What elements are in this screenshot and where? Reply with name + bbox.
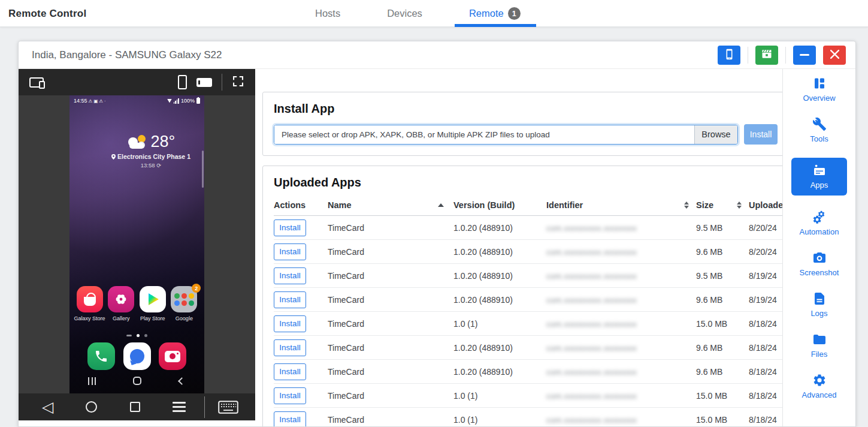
tab-count-badge: 1 bbox=[508, 7, 521, 20]
row-install-button[interactable]: Install bbox=[274, 315, 306, 332]
tools-sidebar: OverviewToolsAppsAutomationScreenshotLog… bbox=[782, 69, 855, 426]
play-store-icon bbox=[140, 286, 166, 312]
app-uploaded-date: 8/18/24 bbox=[749, 391, 782, 401]
tab-hosts[interactable]: Hosts bbox=[315, 0, 340, 27]
app-identifier-blurred: com.xxxxxxxxx.xxxxxxxx bbox=[546, 296, 637, 305]
viewer-control-bar: ◁ bbox=[19, 393, 255, 420]
app-name: TimeCard bbox=[328, 367, 453, 377]
viewer-scrollbar[interactable] bbox=[202, 151, 204, 188]
install-button[interactable]: Install bbox=[744, 124, 778, 145]
row-install-button[interactable]: Install bbox=[274, 363, 306, 380]
refresh-icon[interactable]: ⟳ bbox=[156, 162, 161, 169]
phone-status-bar: 14:55 ⚠ ▣ ⚠ · 100% bbox=[69, 95, 204, 106]
rotate-device-icon bbox=[29, 77, 44, 88]
sidebar-item-label: Overview bbox=[803, 94, 835, 103]
remote-recents-button[interactable] bbox=[113, 402, 157, 412]
row-install-button[interactable]: Install bbox=[274, 291, 306, 308]
remote-back-button[interactable]: ◁ bbox=[26, 399, 69, 414]
apps-icon bbox=[812, 163, 827, 178]
files-icon bbox=[812, 332, 827, 347]
remote-home-button[interactable] bbox=[69, 401, 113, 413]
weather-widget[interactable]: 28° Electronics City Phase 1 13:58 ⟳ bbox=[100, 133, 202, 169]
toolbar-separator bbox=[222, 74, 222, 91]
app-size: 15.0 MB bbox=[696, 415, 749, 425]
sidebar-item-advanced[interactable]: Advanced bbox=[783, 373, 855, 399]
apk-file-input[interactable] bbox=[274, 125, 694, 144]
row-install-button[interactable]: Install bbox=[274, 219, 306, 236]
column-identifier[interactable]: Identifier bbox=[546, 200, 696, 210]
sidebar-item-label: Automation bbox=[800, 227, 839, 236]
uploaded-app-row: Install TimeCard 1.0 (1) com.xxxxxxxxx.x… bbox=[274, 408, 782, 426]
device-info-button[interactable] bbox=[718, 46, 740, 65]
messages-app-icon[interactable] bbox=[123, 342, 151, 370]
app-uploaded-date: 8/18/24 bbox=[749, 343, 782, 353]
column-version[interactable]: Version (Build) bbox=[453, 200, 546, 210]
nav-home-button[interactable] bbox=[114, 377, 159, 385]
landscape-icon[interactable] bbox=[196, 78, 212, 87]
session-body: 14:55 ⚠ ▣ ⚠ · 100% bbox=[19, 69, 855, 426]
row-install-button[interactable]: Install bbox=[274, 411, 306, 427]
minimize-button[interactable] bbox=[793, 46, 816, 65]
nav-back-button[interactable] bbox=[159, 378, 204, 384]
screen-record-button[interactable] bbox=[755, 46, 778, 65]
app-name: TimeCard bbox=[328, 295, 453, 305]
app-name: TimeCard bbox=[328, 247, 453, 257]
phone-screen[interactable]: 14:55 ⚠ ▣ ⚠ · 100% bbox=[69, 95, 204, 393]
sidebar-item-tools[interactable]: Tools bbox=[783, 117, 855, 143]
app-version: 1.0 (1) bbox=[453, 391, 546, 401]
remote-menu-button[interactable] bbox=[157, 402, 201, 412]
fullscreen-icon[interactable] bbox=[232, 75, 244, 90]
close-session-button[interactable] bbox=[823, 46, 846, 65]
overview-icon bbox=[812, 76, 827, 91]
row-install-button[interactable]: Install bbox=[274, 339, 306, 356]
app-title: Remote Control bbox=[8, 0, 86, 27]
tab-remote[interactable]: Remote1 bbox=[469, 0, 521, 27]
app-uploaded-date: 8/18/24 bbox=[749, 415, 782, 425]
tab-devices[interactable]: Devices bbox=[387, 0, 422, 27]
app-version: 1.0.20 (488910) bbox=[453, 223, 546, 233]
app-uploaded-date: 8/18/24 bbox=[749, 367, 782, 377]
app-label: Galaxy Store bbox=[74, 315, 105, 321]
header-separator bbox=[785, 47, 786, 64]
battery-percent: 100% bbox=[181, 98, 195, 104]
app-name: TimeCard bbox=[328, 415, 453, 425]
sidebar-item-automation[interactable]: Automation bbox=[783, 210, 855, 236]
app-size: 9.5 MB bbox=[696, 223, 749, 233]
header-separator bbox=[748, 47, 748, 64]
page-dash bbox=[126, 335, 132, 336]
home-app-play-store[interactable]: Play Store bbox=[138, 286, 168, 321]
rotate-device-button[interactable] bbox=[29, 77, 44, 88]
portrait-icon[interactable] bbox=[178, 75, 187, 89]
sidebar-item-logs[interactable]: Logs bbox=[783, 291, 855, 318]
sidebar-item-screenshot[interactable]: Screenshot bbox=[783, 251, 855, 277]
sidebar-item-files[interactable]: Files bbox=[783, 332, 855, 359]
app-uploaded-date: 8/19/24 bbox=[749, 295, 782, 305]
row-install-button[interactable]: Install bbox=[274, 267, 306, 284]
row-install-button[interactable]: Install bbox=[274, 387, 306, 404]
remote-keyboard-button[interactable] bbox=[208, 401, 248, 414]
phone-app-icon[interactable] bbox=[87, 342, 115, 370]
app-name: TimeCard bbox=[328, 223, 453, 233]
nav-recents-button[interactable] bbox=[69, 377, 114, 385]
home-app-google[interactable]: 2Google bbox=[169, 286, 199, 321]
column-uploaded[interactable]: Uploaded bbox=[749, 200, 782, 210]
signal-icon bbox=[174, 98, 179, 104]
top-navigation-bar: Remote Control HostsDevicesRemote1 bbox=[0, 0, 868, 27]
sidebar-item-apps[interactable]: Apps bbox=[791, 158, 847, 196]
uploaded-app-row: Install TimeCard 1.0.20 (488910) com.xxx… bbox=[274, 216, 782, 240]
camera-app-icon[interactable] bbox=[159, 342, 186, 370]
row-install-button[interactable]: Install bbox=[274, 243, 306, 260]
home-app-gallery[interactable]: Gallery bbox=[106, 286, 136, 321]
app-uploaded-date: 8/20/24 bbox=[749, 223, 782, 233]
home-app-galaxy-store[interactable]: Galaxy Store bbox=[75, 286, 105, 321]
app-identifier-blurred: com.xxxxxxxxx.xxxxxxxx bbox=[546, 416, 637, 425]
app-identifier-blurred: com.xxxxxxxxx.xxxxxxxx bbox=[546, 248, 637, 257]
status-time: 14:55 bbox=[74, 98, 87, 104]
browse-button[interactable]: Browse bbox=[694, 125, 737, 144]
app-version: 1.0.20 (488910) bbox=[453, 295, 546, 305]
column-size[interactable]: Size bbox=[696, 200, 749, 210]
column-name[interactable]: Name bbox=[328, 200, 453, 210]
uploaded-app-row: Install TimeCard 1.0.20 (488910) com.xxx… bbox=[274, 240, 782, 264]
sidebar-item-overview[interactable]: Overview bbox=[783, 76, 855, 103]
app-size: 15.0 MB bbox=[696, 319, 749, 329]
